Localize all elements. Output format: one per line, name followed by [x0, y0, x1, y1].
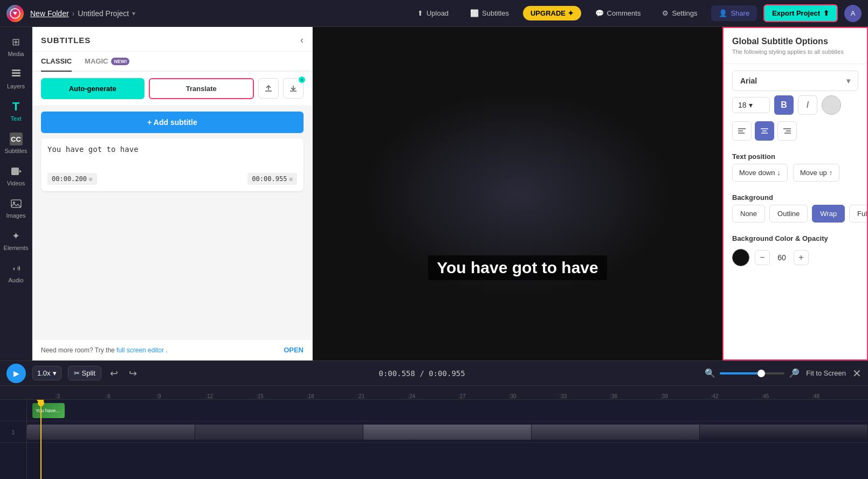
text-icon: T: [10, 100, 23, 113]
split-icon: ✂: [74, 369, 80, 377]
move-up-button[interactable]: Move up ↑: [793, 164, 839, 182]
align-left-button[interactable]: [732, 121, 752, 141]
fit-to-screen-button[interactable]: Fit to Screen: [806, 369, 846, 377]
zoom-slider[interactable]: [720, 372, 784, 374]
close-timeline-button[interactable]: ✕: [852, 367, 862, 380]
subtitle-item: 00:00.200 ⊙ 00:00.955 ⊙: [41, 138, 304, 191]
video-canvas: You have got to have: [361, 92, 674, 296]
translate-button[interactable]: Translate: [149, 78, 254, 99]
panel-title: SUBTITLES: [41, 36, 91, 45]
avatar[interactable]: A: [844, 5, 862, 22]
italic-button[interactable]: I: [798, 95, 817, 115]
options-header: Global Subtitle Options The following st…: [724, 28, 867, 64]
svg-rect-3: [12, 70, 20, 71]
bg-none-button[interactable]: None: [732, 205, 765, 223]
breadcrumb-chevron[interactable]: ▾: [132, 10, 135, 17]
playhead: [40, 400, 42, 479]
timeline-toolbar: ▶ 1.0x ▾ ✂ Split ↩ ↪ 0:00.558 / 0:00.955…: [0, 361, 868, 386]
export-button[interactable]: Export Project ⬆: [763, 4, 838, 22]
play-icon: ▶: [13, 369, 19, 378]
video-subtitle-display: You have got to have: [428, 255, 607, 280]
style-row: 18 ▾ B I: [724, 91, 867, 119]
video-area: You have got to have: [313, 27, 722, 360]
bg-full-button[interactable]: Full: [849, 205, 868, 223]
tab-classic[interactable]: CLASSIC: [41, 52, 72, 72]
subtitles-icon: CC: [10, 133, 23, 145]
align-center-button[interactable]: [755, 121, 774, 141]
subtitles-nav-button[interactable]: ⬜ Subtitles: [463, 5, 516, 21]
share-button[interactable]: 👤 Share: [711, 5, 757, 21]
clock-end-icon: ⊙: [289, 176, 293, 183]
speed-selector[interactable]: 1.0x ▾: [32, 366, 61, 380]
subtitles-icon: ⬜: [470, 9, 479, 17]
zoom-out-icon[interactable]: 🔍: [705, 368, 715, 378]
sidebar-item-layers[interactable]: Layers: [2, 64, 31, 94]
comments-button[interactable]: 💬 Comments: [588, 5, 649, 21]
settings-button[interactable]: ⚙ Settings: [655, 5, 705, 21]
bold-button[interactable]: B: [774, 95, 794, 115]
sidebar-item-videos[interactable]: Videos: [2, 161, 31, 191]
track-label-1: [0, 400, 26, 421]
fullscreen-editor-link[interactable]: full screen editor: [116, 346, 164, 354]
upgrade-button[interactable]: UPGRADE ✦: [523, 6, 581, 20]
svg-rect-2: [12, 75, 20, 77]
breadcrumb: New Folder › Untitled Project ▾: [30, 9, 135, 18]
clock-start-icon: ⊙: [89, 176, 93, 183]
sidebar-item-media[interactable]: ⊞ Media: [2, 31, 31, 61]
global-options-panel: Global Subtitle Options The following st…: [722, 27, 868, 360]
sidebar-item-text[interactable]: T Text: [2, 96, 31, 126]
redo-button[interactable]: ↪: [127, 365, 139, 381]
align-row: [724, 119, 867, 146]
bg-color-picker[interactable]: [732, 249, 749, 266]
font-size-selector[interactable]: 18 ▾: [732, 97, 770, 113]
ruler-mark: :33: [538, 393, 589, 399]
move-down-button[interactable]: Move down ↓: [732, 164, 788, 182]
track-content-area: You have...: [27, 400, 868, 479]
sidebar-item-elements[interactable]: ✦ Elements: [2, 225, 31, 255]
font-chevron-icon: ▾: [846, 77, 850, 85]
track-label-2: 1: [0, 421, 26, 443]
font-selector[interactable]: Arial ▾: [732, 71, 858, 91]
align-right-button[interactable]: [777, 121, 797, 141]
move-down-icon: ↓: [777, 169, 781, 177]
open-button[interactable]: OPEN: [284, 346, 304, 354]
text-color-picker[interactable]: [822, 95, 841, 115]
undo-button[interactable]: ↩: [108, 365, 120, 381]
zoom-slider-thumb[interactable]: [757, 370, 765, 377]
autogenerate-button[interactable]: Auto-generate: [41, 78, 144, 99]
opacity-controls: − 60 +: [755, 250, 809, 265]
opacity-plus-button[interactable]: +: [794, 250, 809, 265]
tab-magic[interactable]: MAGIC NEW!: [85, 52, 129, 72]
speed-chevron-icon: ▾: [53, 369, 57, 377]
upload-subtitle-button[interactable]: [258, 78, 279, 99]
ruler-mark: :12: [184, 393, 235, 399]
svg-rect-4: [11, 168, 19, 175]
breadcrumb-folder[interactable]: New Folder: [30, 9, 69, 18]
subtitle-times: 00:00.200 ⊙ 00:00.955 ⊙: [47, 173, 297, 185]
breadcrumb-sep: ›: [72, 9, 75, 18]
time-start-chip: 00:00.200 ⊙: [47, 173, 97, 185]
bg-outline-button[interactable]: Outline: [769, 205, 808, 223]
split-button[interactable]: ✂ Split: [68, 366, 101, 380]
ruler-marks: :3 :6 :9 :12 :15 :18 :21 :24 :27 :30 :33…: [32, 393, 841, 399]
upload-button[interactable]: ⬆ Upload: [410, 5, 456, 21]
opacity-minus-button[interactable]: −: [755, 250, 770, 265]
upload-icon: ⬆: [417, 9, 423, 17]
panel-close-button[interactable]: ‹: [300, 34, 304, 46]
zoom-in-icon[interactable]: 🔎: [789, 368, 800, 378]
ruler-mark: :3: [32, 393, 83, 399]
videos-icon: [10, 165, 23, 178]
sidebar-item-subtitles[interactable]: CC Subtitles: [2, 128, 31, 158]
settings-icon: ⚙: [662, 9, 669, 17]
icon-sidebar: ⊞ Media Layers T Text CC Subtitles: [0, 27, 32, 360]
timeline-container: ▶ 1.0x ▾ ✂ Split ↩ ↪ 0:00.558 / 0:00.955…: [0, 360, 868, 479]
download-subtitle-button[interactable]: +: [283, 78, 304, 99]
comments-icon: 💬: [595, 9, 604, 17]
bg-wrap-button[interactable]: Wrap: [812, 205, 845, 223]
subtitle-track-item[interactable]: You have...: [32, 403, 65, 418]
add-subtitle-button[interactable]: + Add subtitle: [41, 112, 304, 133]
subtitle-text-input[interactable]: [47, 145, 297, 166]
sidebar-item-audio[interactable]: Audio: [2, 258, 31, 288]
play-button[interactable]: ▶: [6, 364, 26, 383]
sidebar-item-images[interactable]: Images: [2, 193, 31, 223]
